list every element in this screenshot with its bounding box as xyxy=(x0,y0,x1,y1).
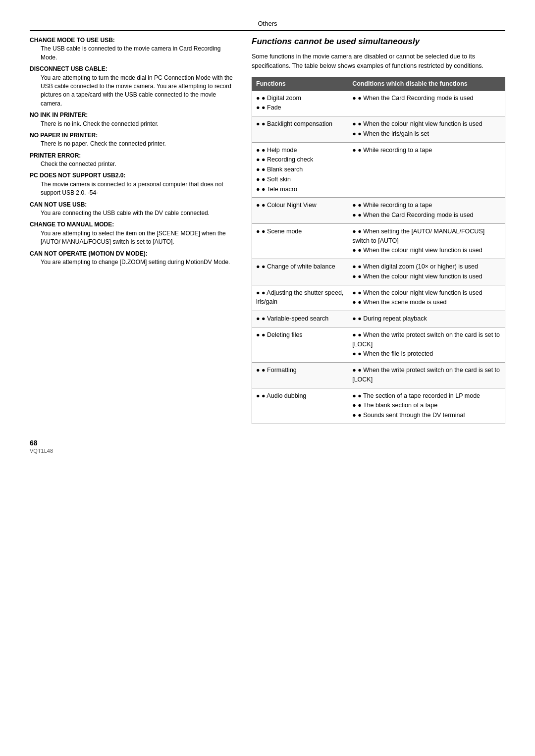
function-item: ● Audio dubbing xyxy=(256,391,344,401)
right-column: Functions cannot be used simultaneously … xyxy=(252,36,505,424)
table-cell-conditions: ● When the colour night view function is… xyxy=(348,116,505,143)
condition-item: ● When the colour night view function is… xyxy=(352,272,501,281)
left-entry: PRINTER ERROR:Check the connected printe… xyxy=(30,152,238,169)
table-row: ● Help mode● Recording check● Blank sear… xyxy=(252,142,505,198)
function-item: ● Soft skin xyxy=(256,175,344,184)
entry-desc: You are connecting the USB cable with th… xyxy=(30,209,238,217)
condition-item: ● When the colour night view function is… xyxy=(352,246,501,255)
table-cell-conditions: ● While recording to a tape xyxy=(348,142,505,198)
table-row: ● Variable-speed search● During repeat p… xyxy=(252,311,505,327)
condition-item: ● The section of a tape recorded in LP m… xyxy=(352,391,501,401)
condition-item: ● When the colour night view function is… xyxy=(352,119,501,129)
condition-item: ● When the write protect switch on the c… xyxy=(352,366,501,384)
table-row: ● Adjusting the shutter speed, iris/gain… xyxy=(252,285,505,311)
table-cell-functions: ● Formatting xyxy=(252,363,348,388)
table-cell-conditions: ● While recording to a tape● When the Ca… xyxy=(348,198,505,224)
function-item: ● Help mode xyxy=(256,146,344,155)
table-cell-conditions: ● During repeat playback xyxy=(348,311,505,327)
entry-label: CHANGE MODE TO USE USB: xyxy=(30,36,238,45)
table-cell-functions: ● Adjusting the shutter speed, iris/gain xyxy=(252,285,348,311)
function-item: ● Deleting files xyxy=(256,330,344,340)
table-cell-functions: ● Colour Night View xyxy=(252,198,348,224)
table-header-row: Functions Conditions which disable the f… xyxy=(252,77,505,90)
left-entry: CAN NOT USE USB:You are connecting the U… xyxy=(30,201,238,218)
page-header: Others xyxy=(30,20,505,31)
table-cell-functions: ● Digital zoom● Fade xyxy=(252,90,348,116)
entry-desc: There is no paper. Check the connected p… xyxy=(30,140,238,148)
table-cell-functions: ● Deleting files xyxy=(252,327,348,362)
table-cell-functions: ● Help mode● Recording check● Blank sear… xyxy=(252,142,348,198)
function-item: ● Digital zoom xyxy=(256,94,344,103)
page: Others CHANGE MODE TO USE USB:The USB ca… xyxy=(0,0,535,756)
table-cell-conditions: ● The section of a tape recorded in LP m… xyxy=(348,388,505,424)
entry-desc: You are attempting to select the item on… xyxy=(30,229,238,247)
left-entry: CAN NOT OPERATE (MOTION DV MODE):You are… xyxy=(30,250,238,267)
page-footer: 68 VQT1L48 xyxy=(30,439,505,454)
entry-desc: You are attempting to turn the mode dial… xyxy=(30,74,238,108)
entry-label: CHANGE TO MANUAL MODE: xyxy=(30,220,238,229)
function-item: ● Change of white balance xyxy=(256,262,344,271)
condition-item: ● While recording to a tape xyxy=(352,146,501,155)
intro-text: Some functions in the movie camera are d… xyxy=(252,52,505,71)
left-entry: NO INK IN PRINTER:There is no ink. Check… xyxy=(30,111,238,128)
condition-item: ● When the colour night view function is… xyxy=(352,288,501,298)
entry-desc: The movie camera is connected to a perso… xyxy=(30,180,238,198)
function-item: ● Tele macro xyxy=(256,185,344,194)
condition-item: ● When setting the [AUTO/ MANUAL/FOCUS] … xyxy=(352,227,501,246)
table-cell-functions: ● Scene mode xyxy=(252,223,348,259)
table-cell-conditions: ● When setting the [AUTO/ MANUAL/FOCUS] … xyxy=(348,223,505,259)
entry-label: NO INK IN PRINTER: xyxy=(30,111,238,119)
col-header-conditions: Conditions which disable the functions xyxy=(348,77,505,90)
entry-label: PC DOES NOT SUPPORT USB2.0: xyxy=(30,171,238,180)
function-item: ● Scene mode xyxy=(256,227,344,236)
function-item: ● Backlight compensation xyxy=(256,119,344,129)
table-cell-conditions: ● When the colour night view function is… xyxy=(348,285,505,311)
condition-item: ● When digital zoom (10× or higher) is u… xyxy=(352,262,501,271)
entry-desc: There is no ink. Check the connected pri… xyxy=(30,120,238,128)
entry-desc: You are attempting to change [D.ZOOM] se… xyxy=(30,258,238,267)
function-item: ● Recording check xyxy=(256,155,344,164)
entry-label: PRINTER ERROR: xyxy=(30,152,238,160)
table-row: ● Colour Night View● While recording to … xyxy=(252,198,505,224)
function-item: ● Variable-speed search xyxy=(256,314,344,324)
condition-item: ● When the Card Recording mode is used xyxy=(352,94,501,103)
entry-label: CAN NOT USE USB: xyxy=(30,201,238,209)
condition-item: ● Sounds sent through the DV terminal xyxy=(352,411,501,420)
function-item: ● Formatting xyxy=(256,366,344,375)
condition-item: ● While recording to a tape xyxy=(352,201,501,210)
table-cell-conditions: ● When the Card Recording mode is used xyxy=(348,90,505,116)
model-number: VQT1L48 xyxy=(30,448,53,454)
function-item: ● Adjusting the shutter speed, iris/gain xyxy=(256,288,344,307)
table-cell-functions: ● Variable-speed search xyxy=(252,311,348,327)
col-header-functions: Functions xyxy=(252,77,348,90)
entry-label: NO PAPER IN PRINTER: xyxy=(30,131,238,140)
function-item: ● Fade xyxy=(256,103,344,112)
page-number: 68 xyxy=(30,439,53,447)
condition-item: ● When the Card Recording mode is used xyxy=(352,211,501,220)
entry-desc: Check the connected printer. xyxy=(30,160,238,168)
section-title: Functions cannot be used simultaneously xyxy=(252,36,505,47)
table-cell-conditions: ● When digital zoom (10× or higher) is u… xyxy=(348,259,505,285)
condition-item: ● When the iris/gain is set xyxy=(352,129,501,139)
left-entry: PC DOES NOT SUPPORT USB2.0:The movie cam… xyxy=(30,171,238,197)
condition-item: ● When the file is protected xyxy=(352,349,501,359)
left-entry: DISCONNECT USB CABLE:You are attempting … xyxy=(30,65,238,108)
left-column: CHANGE MODE TO USE USB:The USB cable is … xyxy=(30,36,238,424)
table-row: ● Change of white balance● When digital … xyxy=(252,259,505,285)
condition-item: ● The blank section of a tape xyxy=(352,401,501,410)
table-cell-conditions: ● When the write protect switch on the c… xyxy=(348,327,505,362)
table-row: ● Deleting files● When the write protect… xyxy=(252,327,505,362)
header-title: Others xyxy=(258,20,277,27)
table-cell-functions: ● Audio dubbing xyxy=(252,388,348,424)
condition-item: ● When the scene mode is used xyxy=(352,298,501,307)
condition-item: ● During repeat playback xyxy=(352,314,501,324)
left-entry: CHANGE TO MANUAL MODE:You are attempting… xyxy=(30,220,238,246)
entry-label: CAN NOT OPERATE (MOTION DV MODE): xyxy=(30,250,238,258)
table-row: ● Scene mode● When setting the [AUTO/ MA… xyxy=(252,223,505,259)
left-entry: CHANGE MODE TO USE USB:The USB cable is … xyxy=(30,36,238,62)
functions-table: Functions Conditions which disable the f… xyxy=(252,77,505,424)
table-cell-conditions: ● When the write protect switch on the c… xyxy=(348,363,505,388)
table-row: ● Backlight compensation● When the colou… xyxy=(252,116,505,143)
table-row: ● Digital zoom● Fade● When the Card Reco… xyxy=(252,90,505,116)
condition-item: ● When the write protect switch on the c… xyxy=(352,330,501,349)
